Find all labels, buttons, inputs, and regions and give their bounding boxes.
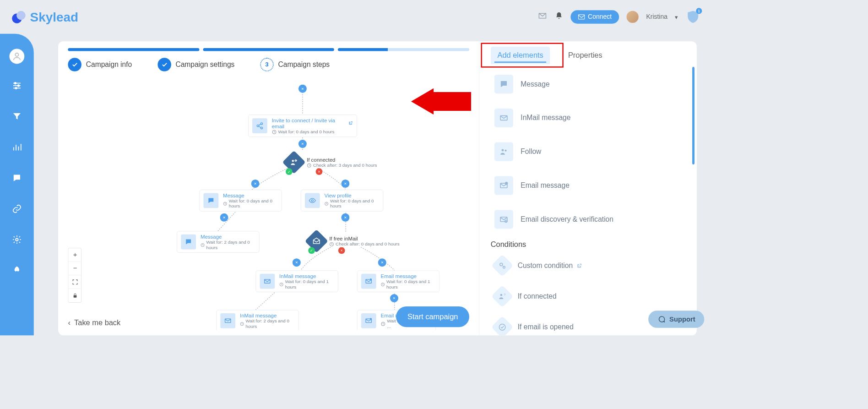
sidebar-item-profile[interactable]	[10, 49, 25, 64]
lock-button[interactable]	[68, 289, 82, 303]
node-sub: Wait for: 0 days and 1 hours	[279, 279, 334, 289]
node-title: InMail message	[279, 273, 316, 279]
close-port-icon[interactable]: ×	[251, 180, 260, 188]
tab-label: Add elements	[498, 51, 543, 60]
close-port-icon[interactable]: ×	[390, 294, 398, 302]
avatar[interactable]	[627, 11, 639, 23]
close-port-icon[interactable]: ×	[298, 140, 307, 148]
chat-icon	[494, 75, 513, 93]
node-if-free-inmail[interactable]: If free inMail Check after: 0 days and 0…	[308, 233, 399, 249]
mail-icon[interactable]	[537, 11, 547, 22]
close-port-icon[interactable]: ×	[293, 258, 301, 267]
element-inmail[interactable]: InMail message	[491, 104, 686, 133]
element-custom-condition[interactable]: Custom condition	[491, 252, 686, 278]
svg-line-18	[259, 126, 260, 128]
main-card: Campaign info Campaign settings 3 Campai…	[58, 41, 697, 335]
node-title: Invite to connect / Invite via email	[272, 117, 353, 129]
progress-seg-3	[338, 48, 469, 51]
sidebar-item-sliders[interactable]	[8, 76, 26, 94]
sidebar-item-filter[interactable]	[8, 108, 26, 125]
fit-screen-button[interactable]	[68, 275, 82, 289]
wizard-step-1[interactable]: Campaign info	[68, 58, 132, 71]
chevron-left-icon: ‹	[68, 318, 70, 327]
support-button[interactable]: Support	[648, 311, 704, 328]
external-link-icon	[577, 263, 582, 268]
email-icon	[361, 313, 376, 328]
no-port-icon[interactable]: ×	[338, 247, 345, 254]
check-icon	[68, 58, 81, 71]
sidebar-item-analytics[interactable]	[8, 138, 26, 156]
take-me-back-button[interactable]: ‹ Take me back	[68, 318, 120, 327]
start-campaign-button[interactable]: Start campaign	[396, 306, 469, 327]
element-follow[interactable]: Follow	[491, 137, 686, 166]
element-message[interactable]: Message	[491, 70, 686, 99]
connect-button[interactable]: Connect	[570, 10, 619, 24]
clock-icon	[324, 201, 328, 206]
node-sub: Check after: 3 days and 0 hours	[307, 163, 377, 168]
node-inmail-1[interactable]: InMail message Wait for: 0 days and 1 ho…	[255, 270, 338, 292]
brand-name: Skylead	[30, 10, 78, 24]
element-label: If email is opened	[518, 323, 574, 331]
flow-viewport[interactable]: × Invite to connect / Invite via email	[68, 82, 469, 330]
yes-port-icon[interactable]: ✓	[308, 247, 315, 254]
element-label: Email message	[521, 181, 570, 190]
sidebar-item-settings[interactable]	[8, 230, 26, 248]
chevron-down-icon[interactable]: ▾	[675, 13, 678, 21]
logo-icon	[11, 10, 27, 25]
svg-point-20	[292, 160, 294, 162]
node-invite[interactable]: Invite to connect / Invite via email Wai…	[248, 115, 357, 137]
tab-add-elements[interactable]: Add elements	[491, 47, 550, 65]
element-email[interactable]: Email message	[491, 171, 686, 200]
node-inmail-2[interactable]: InMail message Wait for: 2 days and 0 ho…	[216, 310, 298, 330]
node-view-profile[interactable]: View profile Wait for: 0 days and 0 hour…	[301, 190, 383, 212]
start-port-icon[interactable]: ×	[298, 85, 307, 93]
sidebar-item-link[interactable]	[8, 200, 26, 218]
clock-icon	[272, 129, 277, 134]
element-label: If connected	[518, 292, 557, 300]
scrollbar[interactable]	[692, 67, 694, 164]
close-port-icon[interactable]: ×	[341, 213, 349, 222]
element-discovery[interactable]: Email discovery & verification	[491, 205, 686, 234]
email-icon	[361, 274, 376, 289]
clock-icon	[380, 282, 385, 287]
step-label: Campaign settings	[175, 60, 234, 69]
zoom-out-button[interactable]: −	[68, 262, 82, 276]
sidebar-item-chat[interactable]	[8, 169, 26, 187]
tab-properties[interactable]: Properties	[561, 47, 609, 65]
sidebar-item-rocket[interactable]	[8, 262, 26, 279]
close-port-icon[interactable]: ×	[341, 180, 349, 188]
clock-icon	[201, 242, 205, 247]
shield-badge[interactable]: 1	[685, 10, 700, 25]
wizard-step-2[interactable]: Campaign settings	[157, 58, 234, 71]
bell-icon[interactable]	[555, 11, 563, 23]
take-back-label: Take me back	[74, 318, 120, 327]
node-sub: Wait for: 2 days and 0 hours	[201, 240, 255, 250]
progress-bar	[68, 48, 469, 51]
close-port-icon[interactable]: ×	[220, 213, 228, 222]
node-if-connected[interactable]: ? If connected Check after: 3 days and 0…	[286, 154, 377, 170]
svg-point-7	[16, 238, 18, 240]
email-icon	[494, 176, 513, 195]
close-port-icon[interactable]: ×	[378, 258, 386, 267]
no-port-icon[interactable]: ×	[316, 168, 323, 175]
node-message-1[interactable]: Message Wait for: 0 days and 0 hours	[199, 190, 282, 212]
svg-line-12	[255, 291, 276, 310]
tab-label: Properties	[568, 51, 602, 60]
shield-count: 1	[696, 8, 702, 14]
node-sub: Wait for: 0 days and 0 hours	[272, 129, 353, 134]
svg-point-41	[502, 149, 504, 152]
wizard-step-3[interactable]: 3 Campaign steps	[260, 58, 330, 71]
logo[interactable]: Skylead	[11, 10, 78, 25]
zoom-in-button[interactable]: +	[68, 248, 82, 262]
inmail-icon	[260, 274, 275, 289]
chat-icon	[181, 234, 196, 250]
node-email-1[interactable]: Email message Wait for: 0 days and 1 hou…	[357, 270, 439, 292]
element-if-connected[interactable]: ? If connected	[491, 283, 686, 309]
node-message-2[interactable]: Message Wait for: 2 days and 0 hours	[177, 231, 259, 253]
svg-point-25	[311, 200, 313, 202]
element-label: Custom condition	[518, 262, 582, 270]
support-label: Support	[669, 315, 695, 323]
yes-port-icon[interactable]: ✓	[286, 168, 293, 175]
eye-icon	[305, 193, 320, 208]
node-title: Message	[223, 192, 244, 198]
